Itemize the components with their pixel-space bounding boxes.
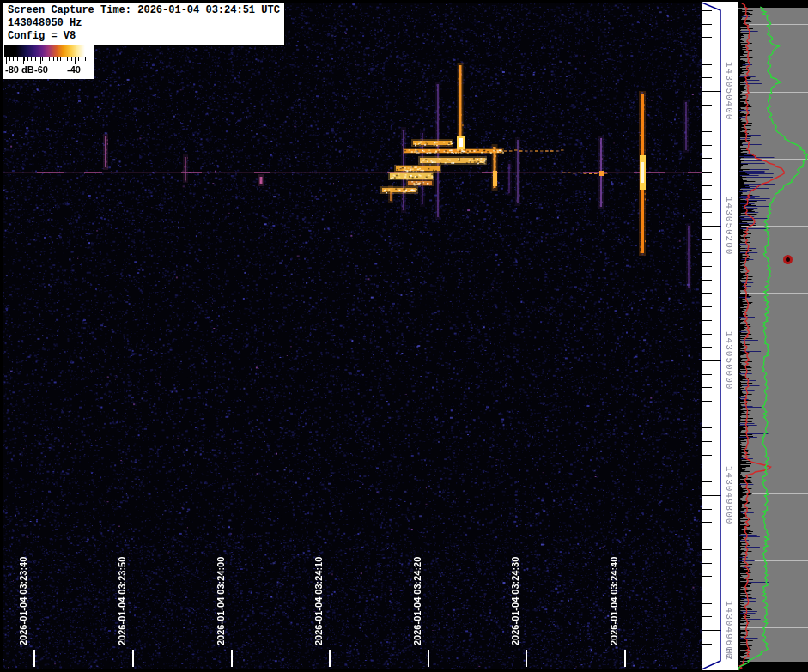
time-tick-3: [329, 650, 331, 667]
db-label-60: -60: [34, 64, 48, 75]
freq-label-2: 143050000: [723, 326, 735, 395]
intensity-color-legend: -80 dB -60 -40: [3, 44, 94, 79]
spectrum-marker-dot: [783, 255, 793, 264]
ruler-major-ticks: [6, 57, 89, 64]
db-label-40: -40: [67, 64, 81, 75]
freq-unit-label: Hz: [723, 645, 735, 664]
time-label-2: 2026-01-04 03:24:00: [216, 557, 226, 645]
time-tick-0: [33, 650, 35, 667]
time-tick-2: [231, 650, 233, 667]
freq-label-3: 143049800: [723, 461, 735, 530]
time-label-4: 2026-01-04 03:24:20: [412, 557, 422, 645]
capture-info-box: Screen Capture Time: 2026-01-04 03:24:51…: [3, 3, 285, 46]
time-tick-4: [428, 650, 429, 667]
color-scale-ruler: [4, 57, 91, 64]
db-label-80: -80 dB: [5, 64, 34, 75]
time-tick-6: [624, 650, 626, 667]
time-label-0: 2026-01-04 03:23:40: [18, 557, 28, 645]
spectrogram-app-window: Screen Capture Time: 2026-01-04 03:24:51…: [0, 0, 808, 672]
time-label-3: 2026-01-04 03:24:10: [313, 557, 324, 645]
time-label-6: 2026-01-04 03:24:40: [609, 557, 619, 645]
spectrum-panel-canvas: [738, 0, 808, 672]
time-tick-5: [526, 650, 527, 667]
color-scale-labels: -80 dB -60 -40: [3, 64, 94, 77]
color-scale-gradient: [4, 45, 91, 57]
frequency-text: 143048050 Hz: [8, 17, 280, 30]
config-text: Config = V8: [8, 30, 280, 43]
time-label-1: 2026-01-04 03:23:50: [117, 557, 127, 645]
waterfall-spectrogram-canvas: [3, 3, 702, 669]
freq-label-0: 143050400: [723, 57, 735, 125]
freq-label-1: 143050200: [723, 191, 735, 260]
time-label-5: 2026-01-04 03:24:30: [510, 557, 520, 645]
capture-time-text: Screen Capture Time: 2026-01-04 03:24:51…: [8, 4, 280, 17]
time-tick-1: [132, 650, 134, 667]
